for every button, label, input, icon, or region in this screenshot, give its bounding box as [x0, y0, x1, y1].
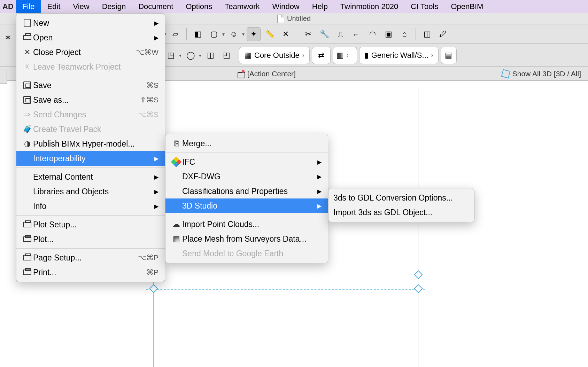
more-button[interactable]: ▤ [441, 47, 457, 64]
file-page-setup[interactable]: Page Setup...⌥⌘P [16, 250, 165, 265]
tb-icon-snap[interactable]: ✦ [247, 27, 261, 41]
file-open[interactable]: Open▶ [16, 30, 165, 45]
print-icon [23, 270, 31, 275]
file-leave-teamwork: ☓Leave Teamwork Project [16, 60, 165, 74]
menubar: AD File Edit View Design Document Option… [0, 0, 588, 13]
leave-icon: ☓ [21, 62, 33, 71]
show-3d[interactable]: Show All 3D [3D / All] [502, 70, 588, 78]
menu-teamwork[interactable]: Teamwork [218, 0, 266, 13]
tb-icon-layer[interactable]: ◧ [191, 27, 205, 41]
new-icon [24, 19, 31, 27]
wall-icon: ▮ [364, 51, 369, 60]
open-icon [23, 35, 31, 40]
action-center[interactable]: [Action Center] [181, 69, 296, 78]
node-handle[interactable] [414, 284, 423, 293]
interop-place-mesh[interactable]: ▦Place Mesh from Surveyors Data... [165, 232, 328, 246]
send-icon: ⇒ [21, 110, 33, 119]
interop-dxf-dwg[interactable]: DXF-DWG▶ [165, 169, 328, 184]
tb-icon-align[interactable]: ⎍ [333, 27, 347, 41]
tb-icon-roof[interactable]: ⌂ [397, 27, 411, 41]
flip-button[interactable]: ⇄ [312, 47, 331, 64]
tb-icon-cut[interactable]: ✂ [301, 27, 315, 41]
file-new[interactable]: New▶ [16, 16, 165, 30]
cloud-icon: ☁ [170, 220, 182, 229]
chevron-right-icon: › [302, 52, 304, 59]
pagesetup-icon [23, 255, 31, 260]
menu-document[interactable]: Document [132, 0, 179, 13]
wall-type-button[interactable]: ▮ Generic Wall/S... › [359, 47, 439, 64]
file-publish-bimx[interactable]: ◑Publish BIMx Hyper-model... [16, 136, 165, 151]
app-logo: AD [0, 0, 16, 13]
menu-view[interactable]: View [67, 0, 95, 13]
tb-icon-frame[interactable]: ▣ [381, 27, 395, 41]
tb-icon-wrench[interactable]: 🔧 [317, 27, 331, 41]
side-tab[interactable] [0, 70, 7, 84]
tb-icon-ruler[interactable]: 📏 [263, 27, 277, 41]
interop-3d-studio[interactable]: 3D Studio▶ [165, 198, 328, 213]
pack-icon: 🧳 [21, 125, 33, 134]
cube3d-icon [501, 69, 510, 78]
file-info[interactable]: Info▶ [16, 199, 165, 213]
tb-dd-2[interactable]: ▢▾ [207, 27, 225, 41]
file-save-as[interactable]: Save as...⇧⌘S [16, 93, 165, 107]
menu-twinmotion[interactable]: Twinmotion 2020 [334, 0, 404, 13]
interop-point-clouds[interactable]: ☁Import Point Clouds... [165, 217, 328, 232]
tb-geom-3[interactable]: ◫ [203, 48, 217, 62]
core-outside-button[interactable]: ▦ Core Outside › [239, 47, 310, 64]
file-menu: New▶ Open▶ ✕Close Project⌥⌘W ☓Leave Team… [16, 13, 165, 282]
node-handle[interactable] [414, 270, 423, 279]
file-libraries[interactable]: Libraries and Objects▶ [16, 184, 165, 199]
mesh-icon: ▦ [170, 234, 182, 243]
tb-icon-target[interactable]: ✕ [279, 27, 293, 41]
interop-classifications[interactable]: Classifications and Properties▶ [165, 184, 328, 198]
tb-icon-arc[interactable]: ◠ [365, 27, 379, 41]
left-tool-slot[interactable]: ✶ [0, 28, 16, 47]
tb-icon-brush[interactable]: 🖊 [436, 27, 450, 41]
action-center-label: [Action Center] [247, 70, 296, 78]
merge-icon: ⎘ [170, 139, 182, 148]
file-save[interactable]: Save⌘S [16, 78, 165, 93]
menu-openbim[interactable]: OpenBIM [444, 0, 489, 13]
studio-3ds-options[interactable]: 3ds to GDL Conversion Options... [328, 190, 474, 205]
menu-design[interactable]: Design [96, 0, 132, 13]
profile-button[interactable]: ▥ › [333, 47, 357, 64]
menu-help[interactable]: Help [306, 0, 334, 13]
menu-file[interactable]: File [16, 0, 41, 13]
tb-geom-4[interactable]: ◰ [219, 48, 233, 62]
interop-ifc[interactable]: IFC▶ [165, 155, 328, 169]
menu-edit[interactable]: Edit [41, 0, 67, 13]
close-icon: ✕ [21, 48, 33, 57]
wall-type-label: Generic Wall/S... [371, 51, 428, 60]
file-plot-setup[interactable]: Plot Setup... [16, 217, 165, 232]
studio-import-3ds[interactable]: Import 3ds as GDL Object... [328, 205, 474, 220]
tb-icon-select[interactable]: ◫ [420, 27, 434, 41]
studio-menu: 3ds to GDL Conversion Options... Import … [328, 188, 474, 222]
saveas-icon [23, 96, 31, 104]
menu-citools[interactable]: CI Tools [404, 0, 444, 13]
file-close-project[interactable]: ✕Close Project⌥⌘W [16, 45, 165, 60]
tb-geom-1[interactable]: ◳▾ [164, 48, 181, 62]
lighthouse-icon [237, 69, 245, 78]
tb-icon-corner[interactable]: ⌐ [349, 27, 363, 41]
menu-window[interactable]: Window [266, 0, 306, 13]
tb-sep [416, 28, 416, 40]
file-external-content[interactable]: External Content▶ [16, 170, 165, 184]
tb-geom-2[interactable]: ◯▾ [184, 48, 201, 62]
tb-dd-3[interactable]: ☺▾ [227, 27, 245, 41]
chevron-right-icon: › [431, 52, 433, 59]
tb-icon-plane[interactable]: ▱ [168, 27, 182, 41]
cylinder-icon: ◯ [184, 48, 198, 62]
ifc-icon [171, 156, 181, 167]
plot-icon [23, 236, 31, 242]
tb-sep [186, 28, 187, 40]
menu-options[interactable]: Options [179, 0, 218, 13]
file-travel-pack: 🧳Create Travel Pack [16, 122, 165, 136]
interop-google-earth: Send Model to Google Earth [165, 246, 328, 261]
file-plot[interactable]: Plot... [16, 232, 165, 247]
document-icon [277, 15, 284, 23]
interop-merge[interactable]: ⎘Merge... [165, 136, 328, 151]
plotsetup-icon [23, 222, 31, 227]
node-handle[interactable] [149, 284, 158, 293]
file-print[interactable]: Print...⌘P [16, 265, 165, 280]
file-interoperability[interactable]: Interoperability▶ [16, 151, 165, 166]
